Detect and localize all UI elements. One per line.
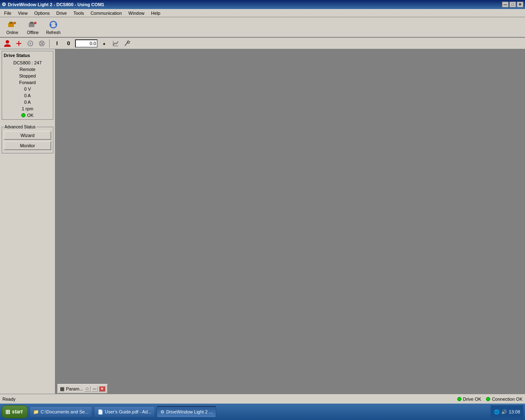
status-current2: 0 A (4, 99, 51, 105)
run-icon-btn[interactable] (25, 39, 35, 48)
offline-button[interactable]: Offline (23, 18, 43, 36)
toolbar-separator-1 (49, 39, 50, 48)
title-bar-controls: — □ ✕ (502, 2, 523, 7)
add-button[interactable] (14, 39, 24, 48)
zero-button[interactable]: 0 (64, 39, 73, 48)
status-ok-row: OK (4, 113, 51, 118)
menu-help[interactable]: Help (148, 10, 164, 16)
advanced-status-panel: Advanced Status Wizard Monitor (2, 125, 53, 153)
drivewin-label: DriveWindow Light 2 ... (166, 409, 212, 414)
ready-text: Ready (2, 397, 16, 402)
param-window-label: Param... (66, 386, 83, 391)
connection-ok-indicator (486, 397, 490, 401)
drive-ok-text: Drive OK (463, 397, 482, 402)
windows-logo: ⊞ (5, 409, 10, 415)
content-area (55, 49, 525, 394)
drive-ok-section: Drive OK (457, 397, 482, 402)
secondary-toolbar: I 0 0.0 ▲ (0, 38, 525, 49)
status-stopped: Stopped (4, 73, 51, 79)
drive-ok-indicator (457, 397, 461, 401)
menu-view[interactable]: View (15, 10, 31, 16)
spin-up-button[interactable]: ▲ (99, 39, 109, 48)
graph-button[interactable] (111, 39, 121, 48)
menu-tools[interactable]: Tools (70, 10, 87, 16)
status-bar: Ready Drive OK Connection OK (0, 394, 525, 404)
refresh-label: Refresh (46, 30, 60, 35)
menu-drive[interactable]: Drive (53, 10, 70, 16)
app-icon: ⚙ (2, 2, 6, 7)
connection-ok-section: Connection OK (486, 397, 523, 402)
maximize-button[interactable]: □ (509, 2, 516, 7)
menu-bar: File View Options Drive Tools Communicat… (0, 9, 525, 17)
network-icon: 🌐 (494, 409, 500, 415)
taskbar-docs[interactable]: 📁 C:\Documents and Se... (30, 406, 92, 418)
online-icon (7, 20, 17, 30)
wizard-button[interactable]: Wizard (4, 131, 51, 140)
main-area: Drive Status DCS800 : 247 Remote Stopped… (0, 49, 525, 394)
param-minimize-button[interactable]: — (91, 386, 98, 392)
minimize-button[interactable]: — (502, 2, 509, 7)
drivewin-icon: ⚙ (160, 409, 164, 415)
pdf-icon: 📄 (98, 409, 103, 415)
online-button[interactable]: Online (2, 18, 22, 36)
drive-status-title: Drive Status (4, 53, 51, 58)
window-title: DriveWindow Light 2 - DCS800 - Using COM… (8, 2, 104, 7)
param-restore-button[interactable]: □ (84, 386, 91, 392)
status-rpm: 1 rpm (4, 105, 51, 112)
offline-label: Offline (27, 30, 39, 35)
ok-text: OK (27, 113, 34, 118)
taskbar-right: 🌐 🔊 13:08 (491, 405, 523, 418)
status-voltage: 0 V (4, 86, 51, 92)
online-label: Online (7, 30, 18, 35)
speed-input[interactable]: 0.0 (75, 39, 98, 48)
menu-communication[interactable]: Communication (87, 10, 125, 16)
floating-param-window: ▦ Param... □ — ✕ (57, 384, 108, 394)
svg-marker-9 (50, 24, 52, 26)
docs-icon: 📁 (33, 409, 39, 415)
sidebar: Drive Status DCS800 : 247 Remote Stopped… (0, 49, 55, 394)
volume-icon: 🔊 (501, 409, 507, 415)
stop-icon-btn[interactable] (37, 39, 47, 48)
status-remote: Remote (4, 66, 51, 73)
main-toolbar: Online Offline Refresh (0, 17, 525, 38)
svg-point-14 (30, 43, 31, 44)
info-button[interactable]: I (52, 39, 62, 48)
clock: 13:08 (509, 409, 520, 414)
taskbar-pdf[interactable]: 📄 User's Guide.pdf - Ad... (94, 406, 155, 418)
status-current1: 0 A (4, 92, 51, 99)
drive-status-panel: Drive Status DCS800 : 247 Remote Stopped… (2, 51, 53, 120)
title-bar: ⚙ DriveWindow Light 2 - DCS800 - Using C… (0, 0, 525, 9)
taskbar-drivewin[interactable]: ⚙ DriveWindow Light 2 ... (157, 406, 216, 418)
monitor-button[interactable]: Monitor (4, 141, 51, 150)
tools-button[interactable] (122, 39, 132, 48)
docs-label: C:\Documents and Se... (41, 409, 89, 414)
refresh-button[interactable]: Refresh (43, 18, 63, 36)
person-icon-btn[interactable] (2, 39, 12, 48)
taskbar: ⊞ start 📁 C:\Documents and Se... 📄 User'… (0, 404, 525, 420)
svg-rect-12 (16, 43, 21, 44)
advanced-status-legend: Advanced Status (4, 125, 37, 129)
svg-point-10 (6, 40, 9, 43)
status-right: Drive OK Connection OK (457, 397, 523, 402)
param-window-icon: ▦ (60, 386, 64, 392)
title-bar-left: ⚙ DriveWindow Light 2 - DCS800 - Using C… (2, 2, 104, 7)
offline-icon (28, 20, 38, 30)
param-close-button[interactable]: ✕ (99, 386, 105, 392)
pdf-label: User's Guide.pdf - Ad... (105, 409, 151, 414)
start-button[interactable]: ⊞ start (2, 405, 28, 418)
menu-window[interactable]: Window (125, 10, 148, 16)
refresh-icon (48, 20, 58, 30)
ok-indicator (21, 113, 25, 117)
svg-line-20 (125, 42, 128, 46)
start-label: start (12, 409, 23, 415)
drive-name: DCS800 : 247 (4, 59, 51, 66)
menu-file[interactable]: File (1, 10, 15, 16)
close-button[interactable]: ✕ (517, 2, 523, 7)
status-forward: Forward (4, 79, 51, 86)
connection-ok-text: Connection OK (492, 397, 523, 402)
menu-options[interactable]: Options (31, 10, 53, 16)
